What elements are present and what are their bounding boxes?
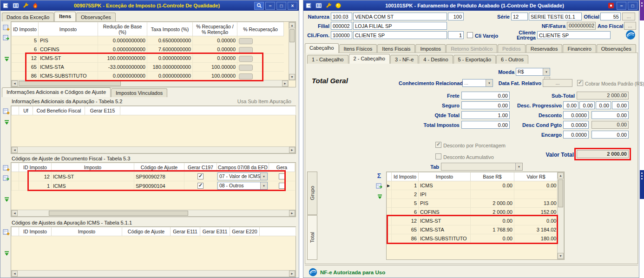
cell[interactable]: SP90090278 [134,172,184,181]
scroll-left-button[interactable]: ◄ [12,210,18,216]
chevron-down-icon[interactable]: ▼ [260,173,267,180]
scroll-bottom-icon[interactable] [3,250,10,257]
cell[interactable] [514,190,558,199]
table-row[interactable]: 1 ICMS SP90090104 08 - Outros▼ [12,181,295,191]
maximize-button[interactable]: □ [276,2,286,10]
cell[interactable]: 6 [12,45,39,54]
side-tab-grupo[interactable]: Grupo [307,172,317,215]
cell[interactable]: 0.00000 [193,54,237,63]
cell[interactable]: 0.00 [514,217,558,225]
cell-checkbox[interactable] [269,172,295,181]
cell[interactable]: 0.6500000000 [147,36,193,45]
cell[interactable]: 65 [392,225,419,234]
natureza-tipo-field[interactable] [448,13,464,20]
cli-varejo-checkbox[interactable] [467,32,473,38]
natureza-code-field[interactable] [331,13,352,20]
tab-reservados[interactable]: Reservados [526,44,563,53]
export-icon[interactable] [305,2,313,9]
desconto-pct-field[interactable] [563,111,589,119]
total-impostos-field[interactable] [461,121,510,129]
cli-forn-code-field[interactable] [331,31,352,39]
cell[interactable]: 180.00 [514,234,558,243]
cell[interactable]: 0.00 [471,234,514,243]
gerar-c197-checkbox[interactable] [197,173,204,179]
scroll-down-button[interactable]: ▼ [558,253,564,259]
grid-insert-icon[interactable] [2,228,10,236]
cell[interactable]: 0.0000000000 [98,72,147,80]
minimize-button[interactable]: – [265,2,275,10]
moeda-combo[interactable]: R$▼ [516,68,550,76]
cancel-icon[interactable] [607,2,615,9]
cell[interactable]: COFINS [419,208,471,217]
cell-checkbox[interactable] [184,172,217,181]
scroll-left-button[interactable]: ◄ [12,80,18,86]
cell[interactable]: PIS [39,36,98,45]
subtab-4-destino[interactable]: 4 - Destino [419,55,453,64]
cell[interactable]: 12 [12,54,39,63]
scroll-bottom-icon[interactable] [3,119,10,126]
cell-checkbox[interactable] [269,181,295,191]
serie-code-field[interactable] [511,13,528,20]
cell[interactable]: ICMS-STA [39,63,98,72]
cell[interactable]: 3 184.02 [514,225,558,234]
scroll-thumb[interactable] [558,179,563,207]
cell[interactable]: -33.0000000000 [98,63,147,72]
desc-progressivo-field-1[interactable] [563,101,578,109]
cell[interactable]: 0.00 [471,217,514,225]
tab-impostos[interactable]: Impostos [415,44,446,53]
docked-panel-edge-middle[interactable] [640,170,644,199]
scroll-left-button[interactable]: ◄ [12,271,18,277]
table-row[interactable]: 6 COFINS 0.0000000000 7.6000000000 0.000… [12,45,284,54]
cliente-entrega-field[interactable] [537,31,611,39]
seguro-field[interactable] [461,101,510,109]
scroll-right-button[interactable]: ► [289,210,295,216]
campos-efd-combo[interactable]: 07 - Valor de ICMS▼ [217,172,268,180]
oficial-field[interactable] [600,13,621,20]
cell[interactable]: 0.0000000000 [98,36,147,45]
cell[interactable]: 13.00 [514,199,558,208]
tab-observacoes[interactable]: Observações [76,13,116,21]
encargo-valor-field[interactable] [591,131,629,139]
cli-forn-desc-field[interactable] [353,31,447,39]
vertical-scrollbar[interactable]: ▲ ▼ [289,22,296,80]
table-row[interactable]: 2 IPI [387,190,558,199]
cell[interactable]: 5 [12,36,39,45]
cell-combo[interactable]: 07 - Valor de ICMS▼ [217,172,269,181]
cell[interactable]: 1 [392,181,419,190]
cell[interactable]: 1 768.90 [471,225,514,234]
table-row[interactable]: 65 ICMS-STA -33.0000000000 180.000000000… [12,63,284,72]
cell[interactable]: 7.6000000000 [147,45,193,54]
cell[interactable]: 100.00000 [193,72,237,80]
cell-checkbox[interactable] [184,181,217,191]
wrench-icon[interactable] [21,2,30,9]
side-tab-total[interactable]: Total [307,215,317,260]
scroll-thumb[interactable] [19,81,121,86]
cell[interactable]: 0.00000 [193,45,237,54]
chevron-down-icon[interactable]: ▼ [260,182,267,189]
qtde-total-field[interactable] [461,111,510,119]
chevron-down-icon[interactable]: ▼ [486,79,493,86]
desc-progressivo-field-3[interactable] [596,101,611,109]
cell[interactable]: 0.00 [514,181,558,190]
subtab-3-nfe[interactable]: 3 - NF-e [390,55,418,64]
cell[interactable]: 100.00000 [193,63,237,72]
cell[interactable]: ICMS-STA [419,225,471,234]
table-row[interactable]: 6 COFINS 2 000.00 152.00 [387,208,558,217]
serie-desc-field[interactable] [529,13,582,20]
encargo-pct-field[interactable] [563,131,589,139]
tab-financeiro[interactable]: Financeiro [563,44,596,53]
cell[interactable]: ICMS-SUBSTITUTO [419,234,471,243]
conhecimento-relacionado-combo[interactable]: ...▼ [462,79,493,87]
cell[interactable]: 0.00000 [193,36,237,45]
scroll-up-button[interactable]: ▲ [558,172,564,179]
tab-informacoes-adicionais[interactable]: Informações Adicionais e Códigos de Ajus… [2,87,111,97]
cell[interactable]: 6 [392,208,419,217]
maximize-button[interactable]: □ [628,2,637,10]
bulb-icon[interactable] [334,2,342,9]
cell[interactable]: 152.00 [514,208,558,217]
cell[interactable]: 65 [12,63,39,72]
scroll-down-button[interactable]: ▼ [289,74,295,80]
table-row[interactable]: 5 PIS 0.0000000000 0.6500000000 0.00000 [12,36,284,45]
scroll-right-button[interactable]: ► [282,80,288,86]
cell[interactable]: ICMS [52,181,134,191]
